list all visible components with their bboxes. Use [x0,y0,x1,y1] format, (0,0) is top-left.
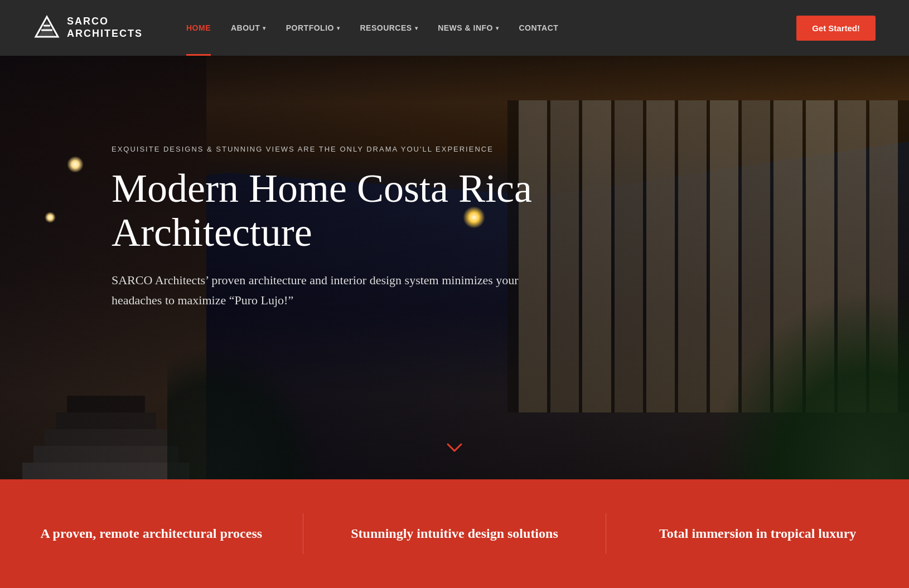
hero-content: EXQUISITE DESIGNS & STUNNING VIEWS ARE T… [112,145,591,310]
nav-item-home[interactable]: HOME [176,0,221,56]
hero-title: Modern Home Costa Rica Architecture [112,167,591,255]
feature-item-2: Stunningly intuitive design solutions [303,513,607,555]
chevron-down-icon: ▾ [263,25,266,31]
nav-item-about[interactable]: ABOUT ▾ [221,0,276,56]
chevron-down-icon: ▾ [496,25,499,31]
navbar: SARCO ARCHITECTS HOME ABOUT ▾ PORTFOLIO … [0,0,909,56]
scroll-down-arrow[interactable] [446,439,463,457]
get-started-button[interactable]: Get Started! [796,16,876,41]
nav-item-news-info[interactable]: NEWS & INFO ▾ [428,0,509,56]
hero-description: SARCO Architects’ proven architecture an… [112,270,535,309]
light-glow-1 [67,156,84,173]
bottom-features-bar: A proven, remote architectural process S… [0,479,909,588]
logo-icon [33,14,60,41]
hero-tagline: EXQUISITE DESIGNS & STUNNING VIEWS ARE T… [112,145,591,153]
svg-marker-1 [39,21,55,36]
feature-text-2: Stunningly intuitive design solutions [351,524,558,543]
feature-item-1: A proven, remote architectural process [0,513,303,555]
feature-text-1: A proven, remote architectural process [41,524,262,543]
logo[interactable]: SARCO ARCHITECTS [33,14,143,41]
hero-section: EXQUISITE DESIGNS & STUNNING VIEWS ARE T… [0,56,909,479]
logo-text: SARCO ARCHITECTS [67,16,143,40]
chevron-down-icon: ▾ [415,25,418,31]
feature-item-3: Total immersion in tropical luxury [606,513,909,555]
nav-links: HOME ABOUT ▾ PORTFOLIO ▾ RESOURCES ▾ NEW… [176,0,796,56]
nav-item-contact[interactable]: CONTACT [509,0,568,56]
feature-text-3: Total immersion in tropical luxury [659,524,856,543]
chevron-down-icon: ▾ [337,25,340,31]
nav-item-portfolio[interactable]: PORTFOLIO ▾ [276,0,350,56]
nav-item-resources[interactable]: RESOURCES ▾ [350,0,428,56]
light-glow-2 [45,212,56,223]
